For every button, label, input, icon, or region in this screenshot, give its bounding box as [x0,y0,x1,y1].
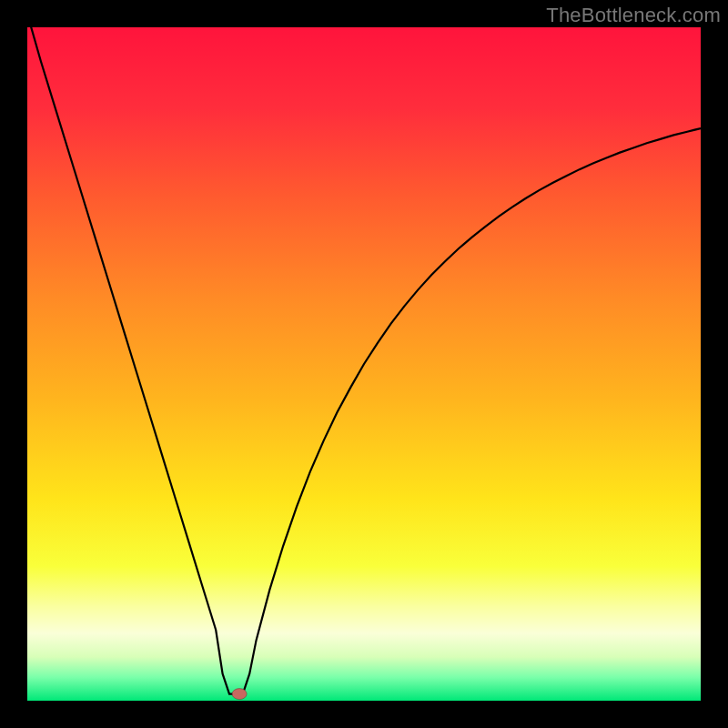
chart-frame: TheBottleneck.com [0,0,728,728]
watermark-text: TheBottleneck.com [546,4,721,27]
chart-svg [27,27,701,701]
minimum-marker [232,689,247,700]
plot-area [27,27,701,701]
